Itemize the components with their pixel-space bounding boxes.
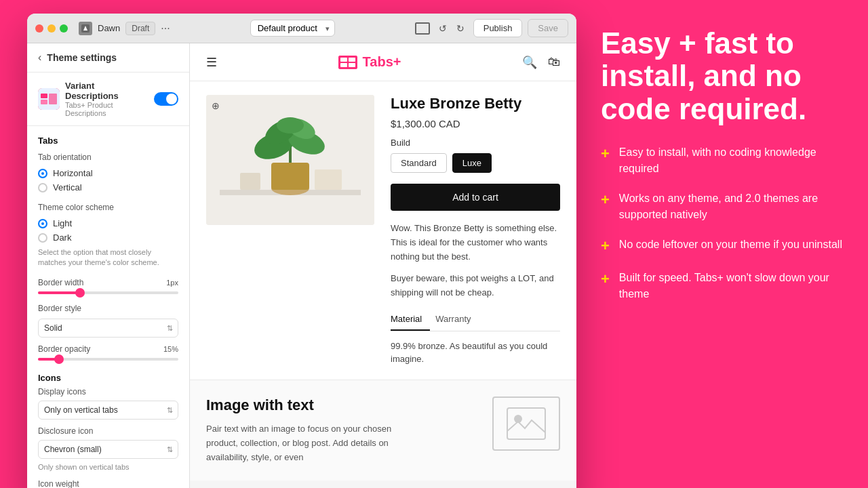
svg-rect-13 bbox=[271, 163, 309, 190]
variant-info: Variant Descriptions Tabs+ Product Descr… bbox=[65, 81, 149, 117]
close-button[interactable] bbox=[35, 24, 43, 33]
product-image: ⊕ bbox=[206, 95, 374, 225]
border-style-select[interactable]: Solid bbox=[38, 319, 178, 338]
only-vertical-note: Only shown on vertical tabs bbox=[27, 462, 189, 475]
publish-button[interactable]: Publish bbox=[473, 19, 523, 37]
display-icons-select-wrap: Only on vertical tabs bbox=[27, 398, 189, 422]
add-to-cart-button[interactable]: Add to cart bbox=[391, 184, 560, 211]
light-radio[interactable] bbox=[38, 219, 47, 228]
border-style-select-wrap: Solid bbox=[27, 316, 189, 340]
product-details: Luxe Bronze Betty $1,300.00 CAD Build St… bbox=[391, 95, 560, 366]
variant-name: Variant Descriptions bbox=[65, 81, 149, 101]
light-label: Light bbox=[53, 218, 72, 228]
zoom-icon[interactable]: ⊕ bbox=[212, 100, 220, 111]
header-icons: 🔍 🛍 bbox=[522, 55, 560, 70]
icon-weight-label: Icon weight bbox=[27, 475, 189, 488]
sidebar: ‹ Theme settings Variant Descriptions bbox=[27, 43, 190, 488]
undo-button[interactable]: ↺ bbox=[435, 21, 450, 36]
color-scheme-helper: Select the option that most closely matc… bbox=[27, 246, 189, 274]
shopify-icon bbox=[79, 22, 92, 35]
variant-toggle[interactable] bbox=[154, 92, 178, 106]
more-options-button[interactable]: ··· bbox=[161, 22, 170, 35]
redo-button[interactable]: ↻ bbox=[453, 21, 468, 36]
dark-radio-item[interactable]: Dark bbox=[38, 230, 178, 245]
theme-select[interactable]: Default product bbox=[250, 20, 335, 37]
title-bar: Dawn Draft ··· Default product ↺ ↻ Publi… bbox=[27, 14, 576, 43]
border-width-row: Border width 1px bbox=[38, 278, 178, 287]
tab-material[interactable]: Material bbox=[391, 308, 430, 331]
product-image-wrap: ⊕ bbox=[206, 95, 374, 366]
traffic-lights bbox=[35, 24, 68, 33]
mac-window: Dawn Draft ··· Default product ↺ ↻ Publi… bbox=[27, 14, 576, 488]
display-icons-select[interactable]: Only on vertical tabs bbox=[38, 401, 178, 420]
standard-variant-button[interactable]: Standard bbox=[391, 153, 447, 173]
border-opacity-row: Border opacity 15% bbox=[38, 344, 178, 354]
draft-badge: Draft bbox=[125, 22, 155, 35]
svg-rect-4 bbox=[49, 94, 57, 104]
tab-orientation-label: Tab orientation bbox=[27, 150, 189, 165]
plus-icon-1: + bbox=[601, 144, 610, 164]
product-section: ⊕ bbox=[190, 81, 576, 380]
border-style-label: Border style bbox=[27, 301, 189, 316]
svg-rect-7 bbox=[349, 58, 355, 62]
sidebar-header: ‹ Theme settings bbox=[27, 43, 189, 73]
dark-radio[interactable] bbox=[38, 233, 47, 243]
vertical-radio-item[interactable]: Vertical bbox=[38, 180, 178, 195]
horizontal-radio-item[interactable]: Horizontal bbox=[38, 166, 178, 180]
features-list: + Easy to install, with no coding knowle… bbox=[601, 144, 844, 302]
plus-icon-2: + bbox=[601, 190, 610, 210]
svg-rect-20 bbox=[315, 169, 342, 190]
image-text-content: Image with text Pair text with an image … bbox=[206, 396, 481, 464]
hamburger-icon[interactable]: ☰ bbox=[206, 55, 217, 70]
image-placeholder bbox=[492, 396, 560, 451]
sidebar-title: Theme settings bbox=[47, 52, 117, 63]
fullscreen-button[interactable] bbox=[60, 24, 68, 33]
store-logo-text: Tabs+ bbox=[363, 54, 401, 70]
variant-desc-row: Variant Descriptions Tabs+ Product Descr… bbox=[38, 81, 178, 117]
light-radio-item[interactable]: Light bbox=[38, 216, 178, 230]
border-opacity-track bbox=[38, 358, 178, 361]
disclosure-icon-label: Disclosure icon bbox=[27, 422, 189, 437]
image-text-section: Image with text Pair text with an image … bbox=[190, 380, 576, 481]
cart-icon[interactable]: 🛍 bbox=[548, 55, 560, 70]
preview-area: ☰ Tabs+ bbox=[190, 43, 576, 488]
undo-redo-group: ↺ ↻ bbox=[435, 21, 468, 36]
image-text-inner: Image with text Pair text with an image … bbox=[206, 396, 560, 464]
svg-rect-2 bbox=[41, 94, 47, 98]
feature-item-2: + Works on any theme, and 2.0 themes are… bbox=[601, 190, 844, 223]
svg-rect-8 bbox=[340, 63, 347, 67]
back-arrow-icon[interactable]: ‹ bbox=[38, 52, 41, 64]
feature-item-3: + No code leftover on your theme if you … bbox=[601, 237, 844, 256]
display-icons-label: Display icons bbox=[27, 383, 189, 398]
build-label: Build bbox=[391, 138, 560, 148]
preview-inner: ☰ Tabs+ bbox=[190, 43, 576, 481]
preview-icon[interactable] bbox=[415, 22, 430, 35]
store-name: Dawn bbox=[98, 23, 120, 33]
save-button[interactable]: Save bbox=[528, 19, 568, 37]
border-width-label: Border width bbox=[38, 278, 83, 287]
feature-text-3: No code leftover on your theme if you un… bbox=[619, 237, 842, 253]
plus-icon-4: + bbox=[601, 270, 610, 289]
dark-label: Dark bbox=[53, 232, 71, 243]
search-icon[interactable]: 🔍 bbox=[522, 55, 537, 70]
svg-rect-9 bbox=[349, 63, 355, 67]
tab-warranty[interactable]: Warranty bbox=[435, 308, 479, 331]
minimize-button[interactable] bbox=[47, 24, 56, 33]
main-content: ‹ Theme settings Variant Descriptions bbox=[27, 43, 576, 488]
feature-text-1: Easy to install, with no coding knowledg… bbox=[619, 144, 844, 177]
horizontal-label: Horizontal bbox=[53, 168, 93, 178]
store-header: ☰ Tabs+ bbox=[190, 43, 576, 81]
disclosure-icon-select[interactable]: Chevron (small) bbox=[38, 440, 178, 459]
luxe-variant-button[interactable]: Luxe bbox=[452, 153, 492, 173]
border-width-section: Border width 1px bbox=[27, 274, 189, 301]
svg-point-19 bbox=[277, 117, 304, 134]
tabs-nav: Material Warranty bbox=[391, 308, 560, 331]
horizontal-radio[interactable] bbox=[38, 169, 47, 178]
color-scheme-label: Theme color scheme bbox=[27, 196, 189, 215]
right-panel: Easy + fast to install, and no code requ… bbox=[576, 0, 868, 488]
border-opacity-section: Border opacity 15% bbox=[27, 340, 189, 367]
vertical-radio[interactable] bbox=[38, 183, 47, 192]
product-desc-1: Wow. This Bronze Betty is something else… bbox=[391, 222, 560, 264]
product-title: Luxe Bronze Betty bbox=[391, 95, 560, 113]
disclosure-icon-select-wrap: Chevron (small) bbox=[27, 437, 189, 462]
